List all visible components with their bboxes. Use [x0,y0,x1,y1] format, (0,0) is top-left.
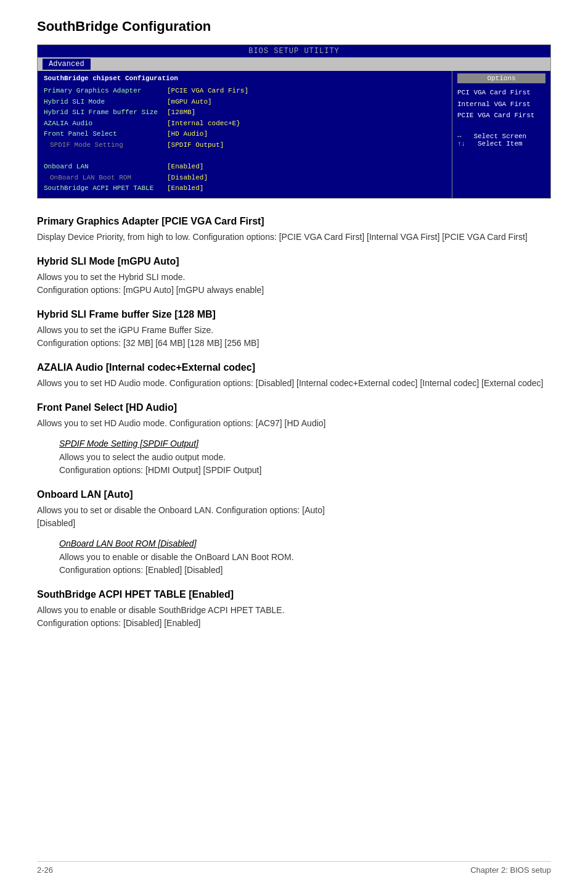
bios-left-col: Primary Graphics Adapter Hybrid SLI Mode… [44,86,167,194]
section-lan-boot-heading: OnBoard LAN Boot ROM [Disabled] [59,538,551,548]
bios-sidebar-title: Options [457,73,545,83]
bios-screenshot: BIOS SETUP UTILITY Advanced SouthBridge … [37,44,551,199]
bios-val-2: [128MB] [167,107,446,118]
bios-val-1: [mGPU Auto] [167,97,446,108]
bios-footer-arrow-1: ↑↓ Select Item [457,140,545,147]
section-onboard-lan-heading: Onboard LAN [Auto] [37,489,551,500]
bios-option-1: Internal VGA First [457,99,545,110]
section-lan-boot-body: Allows you to enable or disable the OnBo… [59,551,551,577]
bios-option-0: PCI VGA Card First [457,87,545,99]
bios-row-5: SPDIF Mode Setting [44,140,167,151]
section-southbridge-acpi-heading: SouthBridge ACPI HPET TABLE [Enabled] [37,589,551,600]
bios-val-blank [167,151,446,162]
bios-row-0: Primary Graphics Adapter [44,86,167,97]
section-hybrid-sli-mode: Hybrid SLI Mode [mGPU Auto] Allows you t… [37,256,551,297]
bios-footer-arrow-0: ↔ Select Screen [457,133,545,140]
bios-row-8: SouthBridge ACPI HPET TABLE [44,183,167,194]
bios-section-title: SouthBridge chipset Configuration [44,75,446,82]
section-lan-boot-sub: OnBoard LAN Boot ROM [Disabled] Allows y… [59,538,551,577]
section-hybrid-sli-mode-body: Allows you to set the Hybrid SLI mode.Co… [37,271,551,297]
bios-val-7: [Disabled] [167,173,446,184]
bios-row-6: Onboard LAN [44,162,167,173]
footer-page-number: 2-26 [37,865,53,875]
section-hybrid-sli-frame-body: Allows you to set the iGPU Frame Buffer … [37,324,551,350]
section-onboard-lan: Onboard LAN [Auto] Allows you to set or … [37,489,551,577]
section-hybrid-sli-mode-heading: Hybrid SLI Mode [mGPU Auto] [37,256,551,267]
page-title: SouthBridge Configuration [37,19,551,35]
bios-rows: Primary Graphics Adapter Hybrid SLI Mode… [44,86,446,194]
section-azalia-audio-heading: AZALIA Audio [Internal codec+External co… [37,362,551,373]
bios-row-3: AZALIA Audio [44,118,167,130]
bios-sidebar: Options PCI VGA Card First Internal VGA … [452,71,550,198]
section-southbridge-acpi: SouthBridge ACPI HPET TABLE [Enabled] Al… [37,589,551,630]
bios-val-6: [Enabled] [167,162,446,173]
section-azalia-audio: AZALIA Audio [Internal codec+External co… [37,362,551,390]
section-spdif-heading: SPDIF Mode Setting [SPDIF Output] [59,439,551,448]
bios-title-bar: BIOS SETUP UTILITY [38,45,550,57]
footer-chapter: Chapter 2: BIOS setup [470,865,551,875]
bios-val-8: [Enabled] [167,183,446,194]
bios-content: SouthBridge chipset Configuration Primar… [38,71,550,198]
section-hybrid-sli-frame-heading: Hybrid SLI Frame buffer Size [128 MB] [37,309,551,320]
section-spdif-body: Allows you to select the audio output mo… [59,451,551,477]
bios-val-4: [HD Audio] [167,129,446,140]
bios-val-5: [SPDIF Output] [167,140,446,151]
section-spdif-sub: SPDIF Mode Setting [SPDIF Output] Allows… [59,439,551,477]
bios-row-blank [44,151,167,162]
section-front-panel-heading: Front Panel Select [HD Audio] [37,402,551,413]
section-hybrid-sli-frame: Hybrid SLI Frame buffer Size [128 MB] Al… [37,309,551,350]
bios-row-4: Front Panel Select [44,129,167,140]
page-footer: 2-26 Chapter 2: BIOS setup [37,861,551,875]
bios-option-2: PCIE VGA Card First [457,110,545,122]
bios-main-panel: SouthBridge chipset Configuration Primar… [38,71,452,198]
bios-row-1: Hybrid SLI Mode [44,97,167,108]
section-primary-graphics-body: Display Device Priority, from high to lo… [37,231,551,244]
section-southbridge-acpi-body: Allows you to enable or disable SouthBri… [37,604,551,630]
section-primary-graphics-heading: Primary Graphics Adapter [PCIE VGA Card … [37,216,551,227]
section-onboard-lan-body: Allows you to set or disable the Onboard… [37,504,551,530]
bios-right-col: [PCIE VGA Card Firs] [mGPU Auto] [128MB]… [167,86,446,194]
bios-row-7: OnBoard LAN Boot ROM [44,173,167,184]
section-front-panel: Front Panel Select [HD Audio] Allows you… [37,402,551,477]
bios-val-3: [Internal codec+E} [167,118,446,130]
section-azalia-audio-body: Allows you to set HD Audio mode. Configu… [37,377,551,390]
section-front-panel-body: Allows you to set HD Audio mode. Configu… [37,417,551,430]
bios-tab-row: Advanced [38,57,550,71]
bios-val-0: [PCIE VGA Card Firs] [167,86,446,97]
bios-footer-arrows: ↔ Select Screen ↑↓ Select Item [457,133,545,147]
bios-tab-advanced[interactable]: Advanced [43,59,91,70]
bios-row-2: Hybrid SLI Frame buffer Size [44,107,167,118]
section-primary-graphics: Primary Graphics Adapter [PCIE VGA Card … [37,216,551,244]
